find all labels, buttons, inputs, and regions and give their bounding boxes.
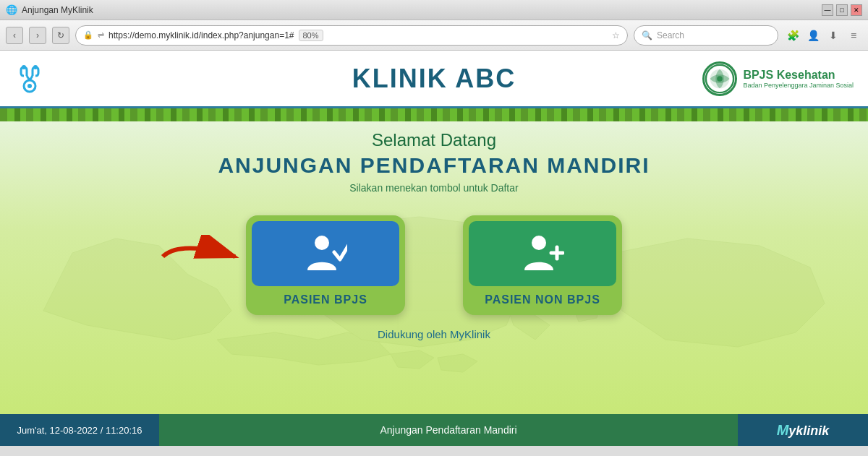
bpjs-card-inner xyxy=(252,221,399,286)
svg-point-3 xyxy=(27,84,32,88)
minimize-button[interactable]: — xyxy=(822,4,833,16)
maximize-button[interactable]: □ xyxy=(836,4,848,16)
bpjs-label: PASIEN BPJS xyxy=(284,293,367,306)
footer: Jum'at, 12-08-2022 / 11:20:16 Anjungan P… xyxy=(0,414,868,446)
nonbpjs-card-inner xyxy=(469,221,616,286)
browser-titlebar: 🌐 Anjungan MyKlinik — □ ✕ xyxy=(0,0,868,20)
back-button[interactable]: ‹ xyxy=(6,27,23,44)
site-title: KLINIK ABC xyxy=(352,64,516,94)
svg-point-1 xyxy=(22,65,26,69)
buttons-area: PASIEN BPJS PASIEN NON BPJS xyxy=(246,215,622,315)
main-area: Selamat Datang ANJUNGAN PENDAFTARAN MAND… xyxy=(0,108,868,414)
welcome-greeting: Selamat Datang xyxy=(218,130,650,150)
tree-decoration xyxy=(0,108,868,121)
lock-icon: 🔒 xyxy=(83,30,93,40)
close-button[interactable]: ✕ xyxy=(851,4,862,16)
address-bar[interactable]: 🔒 ⇌ https://demo.myklinik.id/index.php?a… xyxy=(75,25,628,46)
svg-point-2 xyxy=(33,65,38,69)
pasien-non-bpjs-card[interactable]: PASIEN NON BPJS xyxy=(463,215,622,315)
tab-title: Anjungan MyKlinik xyxy=(22,5,93,15)
footer-brand: Myklinik xyxy=(738,414,868,446)
refresh-button[interactable]: ↻ xyxy=(52,27,69,44)
footer-center-text: Anjungan Pendaftaran Mandiri xyxy=(159,414,738,446)
search-icon: 🔍 xyxy=(642,30,652,40)
menu-button[interactable]: ≡ xyxy=(845,27,862,44)
search-placeholder: Search xyxy=(657,30,684,40)
svg-point-6 xyxy=(718,76,723,82)
site-header: KLINIK ABC BPJS Kesehatan Badan Penyelen… xyxy=(0,51,868,108)
svg-point-11 xyxy=(315,236,329,250)
stethoscope-icon xyxy=(14,61,51,97)
toolbar-icons: 🧩 👤 ⬇ ≡ xyxy=(784,27,862,44)
browser-toolbar: ‹ › ↻ 🔒 ⇌ https://demo.myklinik.id/index… xyxy=(0,20,868,51)
welcome-desc: Silakan menekan tombol untuk Daftar xyxy=(218,182,650,194)
bpjs-text: BPJS Kesehatan Badan Penyelenggara Jamin… xyxy=(743,69,854,89)
url-text: https://demo.myklinik.id/index.php?anjun… xyxy=(109,30,294,40)
star-icon[interactable]: ☆ xyxy=(612,30,620,40)
extensions-button[interactable]: 🧩 xyxy=(784,27,801,44)
address-icon: ⇌ xyxy=(98,30,104,40)
bpjs-emblem xyxy=(702,61,737,96)
download-button[interactable]: ⬇ xyxy=(825,27,842,44)
pasien-bpjs-card[interactable]: PASIEN BPJS xyxy=(246,215,405,315)
window-controls: — □ ✕ xyxy=(822,4,862,16)
svg-point-12 xyxy=(532,236,546,250)
nonbpjs-label: PASIEN NON BPJS xyxy=(485,293,600,306)
footer-datetime: Jum'at, 12-08-2022 / 11:20:16 xyxy=(0,414,159,446)
forward-button[interactable]: › xyxy=(29,27,46,44)
welcome-section: Selamat Datang ANJUNGAN PENDAFTARAN MAND… xyxy=(218,130,650,194)
search-bar[interactable]: 🔍 Search xyxy=(634,25,778,46)
zoom-badge: 80% xyxy=(299,30,323,41)
page-content: KLINIK ABC BPJS Kesehatan Badan Penyelen… xyxy=(0,51,868,414)
bpjs-logo: BPJS Kesehatan Badan Penyelenggara Jamin… xyxy=(702,61,854,96)
profile-button[interactable]: 👤 xyxy=(804,27,822,44)
welcome-subtitle: ANJUNGAN PENDAFTARAN MANDIRI xyxy=(218,153,650,178)
supported-text: Didukung oleh MyKlinik xyxy=(378,328,490,340)
logo-area xyxy=(14,61,51,97)
